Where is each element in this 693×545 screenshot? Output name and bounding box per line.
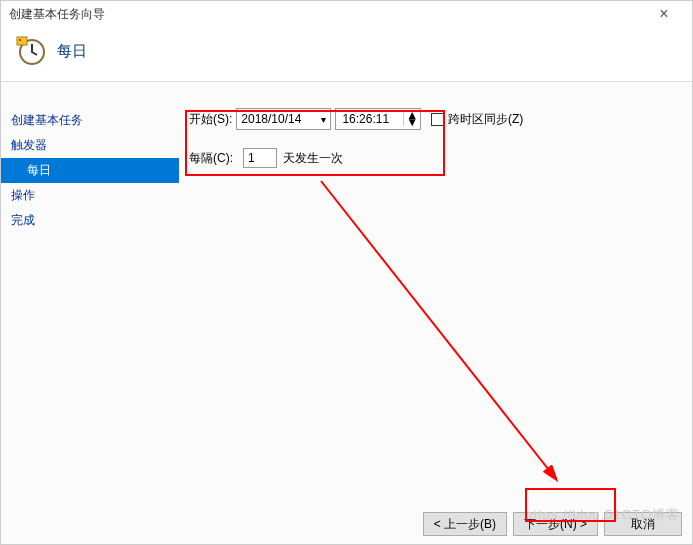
cancel-button[interactable]: 取消 — [604, 512, 682, 536]
time-value: 16:26:11 — [342, 112, 389, 126]
chevron-down-icon[interactable]: ▾ — [321, 114, 326, 125]
clock-icon — [15, 35, 47, 67]
interval-input[interactable]: 1 — [243, 148, 277, 168]
timezone-sync-label: 跨时区同步(Z) — [448, 111, 523, 128]
close-icon[interactable]: × — [644, 5, 684, 23]
sidebar-item-trigger[interactable]: 触发器 — [1, 133, 179, 158]
sidebar-item-create[interactable]: 创建基本任务 — [1, 108, 179, 133]
start-label: 开始(S): — [189, 111, 232, 128]
back-button[interactable]: < 上一步(B) — [423, 512, 507, 536]
wizard-steps: 创建基本任务 触发器 每日 操作 完成 — [1, 82, 179, 505]
sidebar-item-action[interactable]: 操作 — [1, 183, 179, 208]
date-input[interactable]: 2018/10/14 ▾ — [236, 108, 331, 130]
time-input[interactable]: 16:26:11 ▲▼ — [335, 108, 421, 130]
page-title: 每日 — [57, 42, 87, 61]
sidebar-item-daily[interactable]: 每日 — [1, 158, 179, 183]
window-title: 创建基本任务向导 — [9, 6, 644, 23]
date-value: 2018/10/14 — [241, 112, 301, 126]
checkbox-icon — [431, 113, 444, 126]
interval-suffix: 天发生一次 — [283, 150, 343, 167]
time-spinner[interactable]: ▲▼ — [403, 112, 418, 126]
svg-rect-1 — [17, 37, 27, 45]
timezone-sync-checkbox[interactable]: 跨时区同步(Z) — [431, 111, 523, 128]
next-button[interactable]: 下一步(N) > — [513, 512, 598, 536]
interval-label: 每隔(C): — [189, 150, 233, 167]
svg-point-2 — [19, 39, 21, 41]
sidebar-item-finish[interactable]: 完成 — [1, 208, 179, 233]
